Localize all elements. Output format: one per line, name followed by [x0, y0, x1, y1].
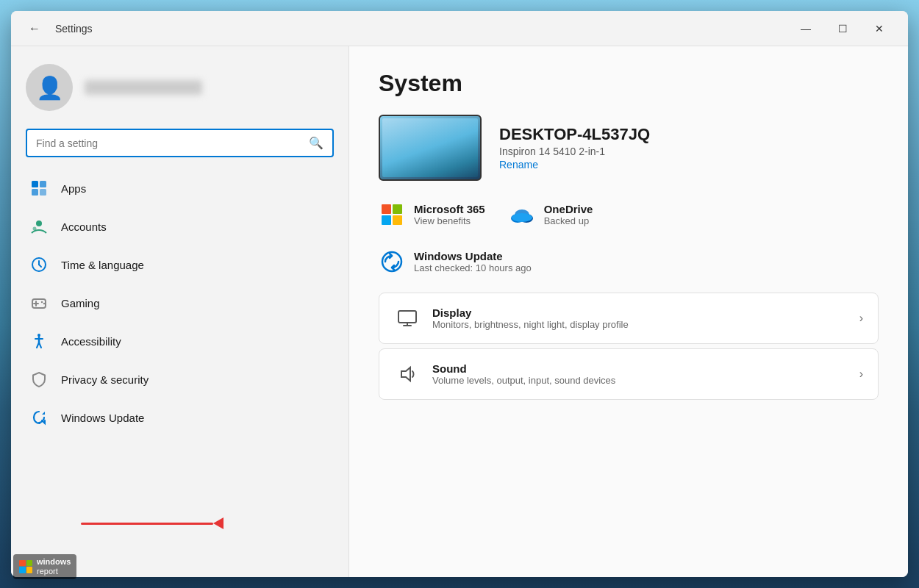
device-image: [382, 118, 478, 177]
onedrive-icon: [509, 201, 535, 228]
svg-rect-0: [32, 181, 38, 187]
sidebar-label-apps: Apps: [61, 182, 86, 195]
svg-rect-3: [40, 189, 46, 196]
svg-line-18: [39, 343, 41, 348]
windows-update-sidebar-icon: [29, 407, 49, 428]
display-title: Display: [432, 306, 848, 319]
ms365-icon: [379, 201, 405, 228]
sidebar-item-privacy[interactable]: Privacy & security: [17, 360, 343, 398]
rename-link[interactable]: Rename: [499, 159, 538, 171]
window-controls: — ☐ ✕: [789, 17, 896, 40]
onedrive-text: OneDrive Backed up: [544, 203, 593, 226]
wu-subtitle: Last checked: 10 hours ago: [414, 262, 532, 273]
display-subtitle: Monitors, brightness, night light, displ…: [432, 319, 848, 330]
search-button[interactable]: 🔍: [309, 136, 323, 150]
time-language-icon: [29, 254, 49, 275]
minimize-button[interactable]: —: [789, 17, 823, 40]
sidebar-label-privacy: Privacy & security: [61, 373, 149, 386]
avatar: 👤: [26, 64, 73, 111]
onedrive-title: OneDrive: [544, 203, 593, 215]
close-button[interactable]: ✕: [862, 17, 896, 40]
svg-rect-24: [398, 311, 416, 323]
device-name: DESKTOP-4L537JQ: [499, 125, 650, 144]
gaming-icon: [29, 293, 49, 313]
sidebar-item-windows-update[interactable]: Windows Update: [17, 398, 343, 437]
device-info: DESKTOP-4L537JQ Inspiron 14 5410 2-in-1 …: [499, 125, 650, 171]
svg-point-12: [41, 301, 43, 303]
settings-list: Display Monitors, brightness, night ligh…: [379, 293, 879, 400]
microsoft365-link[interactable]: Microsoft 365 View benefits: [379, 201, 485, 228]
user-section: 👤: [11, 46, 348, 123]
accessibility-icon: [29, 331, 49, 351]
search-box: 🔍: [26, 129, 334, 157]
search-container: 🔍: [11, 123, 348, 169]
sidebar-item-apps[interactable]: Apps: [17, 169, 343, 207]
wu-title: Windows Update: [414, 250, 532, 262]
maximize-button[interactable]: ☐: [826, 17, 859, 40]
arrow-line: [81, 523, 213, 525]
ms365-subtitle: View benefits: [414, 215, 485, 226]
svg-rect-1: [40, 181, 46, 187]
display-icon: [394, 305, 421, 331]
user-icon: 👤: [36, 75, 63, 101]
accounts-icon: [29, 216, 49, 237]
sidebar-label-gaming: Gaming: [61, 297, 100, 309]
windows-update-main[interactable]: Windows Update Last checked: 10 hours ag…: [379, 248, 879, 275]
watermark-bg: windows report: [13, 554, 76, 579]
windows-update-main-icon: [379, 248, 405, 275]
nav-list: Apps Accounts: [11, 169, 348, 437]
privacy-icon: [29, 369, 49, 390]
arrow-head: [213, 517, 224, 529]
sound-text: Sound Volume levels, output, input, soun…: [432, 362, 848, 386]
svg-point-22: [512, 213, 532, 222]
svg-rect-2: [32, 189, 38, 196]
user-name: [85, 80, 202, 95]
sidebar-item-time-language[interactable]: Time & language: [17, 245, 343, 284]
sidebar-item-accounts[interactable]: Accounts: [17, 207, 343, 245]
watermark-text: windows report: [37, 557, 71, 576]
windows-update-text: Windows Update Last checked: 10 hours ag…: [414, 250, 532, 273]
sidebar-label-accounts: Accounts: [61, 220, 107, 233]
sidebar-item-gaming[interactable]: Gaming: [17, 284, 343, 322]
sound-icon: [394, 361, 421, 387]
right-panel: System DESKTOP-4L537JQ Inspiron 14 5410 …: [349, 46, 908, 577]
settings-window: ← Settings — ☐ ✕ 👤 🔍: [11, 11, 908, 577]
watermark-line2: report: [37, 567, 71, 576]
main-content: 👤 🔍: [11, 46, 908, 577]
onedrive-link[interactable]: OneDrive Backed up: [509, 201, 593, 228]
onedrive-subtitle: Backed up: [544, 215, 593, 226]
ms365-title: Microsoft 365: [414, 203, 485, 215]
sound-card[interactable]: Sound Volume levels, output, input, soun…: [379, 348, 879, 400]
sound-chevron: ›: [859, 368, 863, 381]
window-title: Settings: [55, 23, 789, 35]
sidebar: 👤 🔍: [11, 46, 349, 577]
display-card[interactable]: Display Monitors, brightness, night ligh…: [379, 293, 879, 344]
quick-links: Microsoft 365 View benefits: [379, 201, 879, 228]
watermark-line1: windows: [37, 557, 71, 567]
search-input[interactable]: [36, 137, 303, 149]
device-thumbnail: [379, 115, 482, 181]
sidebar-item-accessibility[interactable]: Accessibility: [17, 322, 343, 360]
sound-title: Sound: [432, 362, 848, 375]
windows-logo-watermark: [19, 560, 32, 573]
device-model: Inspiron 14 5410 2-in-1: [499, 146, 650, 157]
sidebar-label-accessibility: Accessibility: [61, 335, 121, 348]
svg-point-4: [36, 220, 42, 226]
svg-point-13: [43, 303, 45, 304]
watermark: windows report: [13, 554, 76, 579]
apps-icon: [29, 178, 49, 198]
ms365-text: Microsoft 365 View benefits: [414, 203, 485, 226]
sidebar-label-windows-update: Windows Update: [61, 412, 144, 424]
display-chevron: ›: [859, 312, 863, 325]
title-bar: ← Settings — ☐ ✕: [11, 11, 908, 46]
svg-marker-27: [401, 368, 410, 381]
sidebar-label-time: Time & language: [61, 259, 144, 271]
back-button[interactable]: ←: [23, 19, 46, 38]
arrow-annotation: [81, 517, 91, 529]
sound-subtitle: Volume levels, output, input, sound devi…: [432, 375, 848, 386]
page-title: System: [379, 70, 879, 97]
svg-line-8: [39, 265, 41, 267]
device-card: DESKTOP-4L537JQ Inspiron 14 5410 2-in-1 …: [379, 115, 879, 181]
display-text: Display Monitors, brightness, night ligh…: [432, 306, 848, 330]
